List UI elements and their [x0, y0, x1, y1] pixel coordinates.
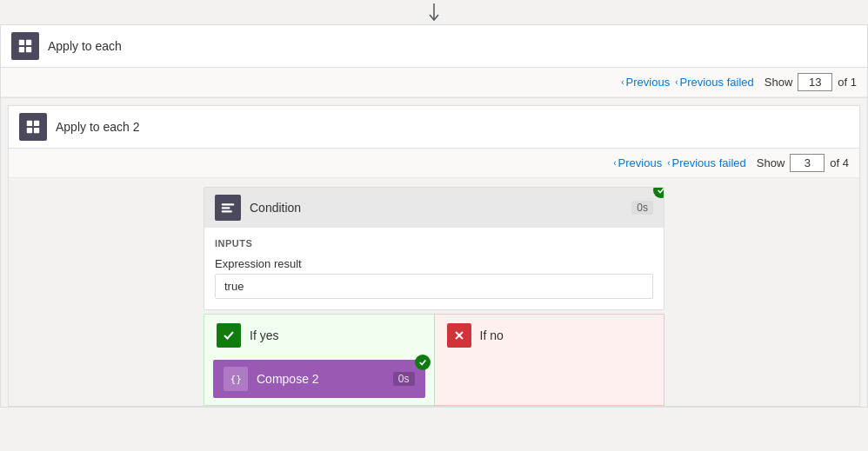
svg-text:{}: {}	[230, 374, 242, 385]
condition-icon	[215, 195, 241, 221]
branch-yes-title: If yes	[250, 328, 278, 342]
show-input-2[interactable]	[790, 154, 825, 172]
svg-rect-5	[27, 121, 32, 126]
apply-header-1: Apply to each	[1, 25, 867, 68]
loop-icon-1	[11, 32, 39, 60]
condition-success-badge	[653, 187, 664, 198]
expression-value: true	[215, 274, 653, 299]
compose-block: {} Compose 2 0s	[213, 360, 425, 398]
condition-title: Condition	[250, 201, 301, 215]
branches: If yes {}	[204, 314, 664, 406]
compose-title: Compose 2	[257, 372, 319, 386]
previous-label-1: Previous	[626, 76, 671, 89]
branch-no: If no	[434, 314, 665, 406]
apply-title-1: Apply to each	[48, 39, 122, 53]
svg-rect-10	[222, 207, 230, 209]
condition-header: Condition 0s	[204, 188, 664, 228]
svg-rect-4	[26, 47, 31, 52]
chevron-left-icon-1: ‹	[621, 77, 624, 87]
close-icon	[447, 323, 471, 348]
show-label-2: Show	[757, 156, 785, 169]
expression-label: Expression result	[215, 257, 653, 270]
compose-wrapper: {} Compose 2 0s	[204, 356, 434, 405]
branch-yes-header: If yes	[204, 315, 434, 356]
apply-block-2: Apply to each 2 ‹ Previous ‹ Previous fa…	[8, 105, 860, 407]
inputs-label: INPUTS	[215, 238, 653, 249]
main-container: Apply to each ‹ Previous ‹ Previous fail…	[0, 0, 868, 451]
apply-title-2: Apply to each 2	[56, 120, 140, 134]
of-label-2: of 4	[830, 156, 849, 169]
svg-rect-6	[34, 121, 39, 126]
previous-link-2[interactable]: ‹ Previous	[613, 156, 662, 169]
compose-success-badge	[415, 355, 431, 370]
condition-block: Condition 0s INPUTS	[204, 187, 664, 310]
previous-failed-label-2: Previous failed	[672, 156, 746, 169]
branch-yes: If yes {}	[204, 314, 434, 406]
chevron-left-failed-icon-1: ‹	[675, 77, 678, 87]
condition-duration: 0s	[631, 201, 653, 215]
compose-icon: {}	[224, 367, 248, 391]
branch-no-header: If no	[435, 315, 664, 356]
apply-block-1: Apply to each ‹ Previous ‹ Previous fail…	[0, 24, 868, 408]
compose-duration: 0s	[393, 372, 415, 386]
show-input-1[interactable]	[798, 73, 832, 91]
checkmark-icon	[217, 323, 241, 348]
svg-rect-9	[222, 203, 234, 205]
condition-header-left: Condition	[215, 195, 301, 221]
svg-rect-1	[19, 40, 24, 45]
chevron-left-icon-2: ‹	[613, 158, 616, 168]
previous-link-1[interactable]: ‹ Previous	[621, 76, 670, 89]
chevron-left-failed-icon-2: ‹	[667, 158, 670, 168]
previous-failed-label-1: Previous failed	[680, 76, 754, 89]
svg-rect-7	[27, 128, 32, 133]
svg-rect-11	[222, 210, 232, 212]
condition-container: Condition 0s INPUTS	[204, 187, 664, 310]
svg-rect-2	[26, 40, 31, 45]
condition-body: INPUTS Expression result true	[204, 228, 664, 309]
branch-no-title: If no	[480, 328, 504, 342]
of-label-1: of 1	[838, 76, 857, 89]
previous-label-2: Previous	[618, 156, 663, 169]
pagination-bar-1: ‹ Previous ‹ Previous failed Show of 1	[1, 68, 867, 97]
connector-arrow	[0, 0, 868, 24]
previous-failed-link-1[interactable]: ‹ Previous failed	[675, 76, 754, 89]
svg-rect-3	[19, 47, 24, 52]
svg-rect-8	[34, 128, 39, 133]
apply-header-2: Apply to each 2	[9, 106, 859, 149]
loop-icon-2	[19, 113, 47, 141]
pagination-bar-2: ‹ Previous ‹ Previous failed Show of 4	[9, 149, 859, 178]
compose-left: {} Compose 2	[224, 367, 319, 391]
show-label-1: Show	[765, 76, 793, 89]
previous-failed-link-2[interactable]: ‹ Previous failed	[667, 156, 746, 169]
